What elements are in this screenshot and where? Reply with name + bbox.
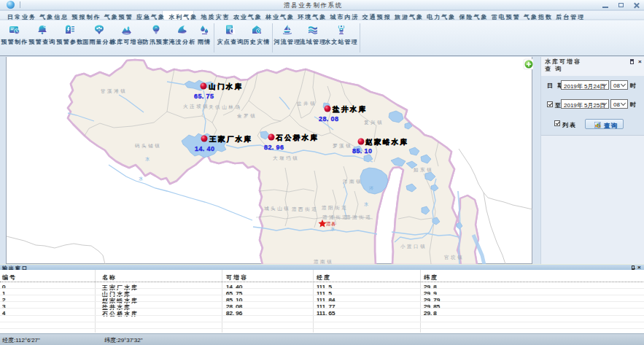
svg-text:澧阳街道: 澧阳街道	[322, 205, 348, 211]
svg-text:火连坡镇: 火连坡镇	[183, 104, 209, 109]
svg-text:水: 水	[330, 227, 335, 231]
svg-text:复兴镇: 复兴镇	[364, 120, 384, 125]
svg-text:28. 08: 28. 08	[319, 115, 338, 123]
svg-text:澧县: 澧县	[326, 221, 336, 226]
svg-text:涔: 涔	[369, 186, 373, 190]
svg-text:澧南镇: 澧南镇	[314, 259, 333, 264]
svg-text:澧澹街道: 澧澹街道	[346, 214, 372, 220]
svg-text:水: 水	[145, 157, 150, 161]
svg-text:王家厂水库: 王家厂水库	[209, 135, 253, 143]
svg-text:官垸镇: 官垸镇	[444, 255, 464, 260]
svg-text:城头山镇: 城头山镇	[264, 206, 290, 212]
svg-text:如东镇: 如东镇	[414, 167, 433, 173]
svg-text:盐井镇: 盐井镇	[297, 101, 317, 106]
svg-text:澧浦街道: 澧浦街道	[322, 214, 349, 220]
svg-text:涔南镇: 涔南镇	[343, 179, 362, 185]
svg-text:盐井水库: 盐井水库	[332, 105, 368, 113]
svg-text:石公桥水库: 石公桥水库	[275, 133, 319, 142]
svg-text:水: 水	[139, 177, 143, 181]
svg-text:金罗镇: 金罗镇	[237, 113, 257, 119]
svg-text:14. 40: 14. 40	[195, 145, 214, 152]
svg-text:澧西街道: 澧西街道	[292, 206, 318, 212]
svg-text:水: 水	[364, 202, 368, 206]
svg-text:码头铺镇: 码头铺镇	[134, 143, 161, 149]
svg-text:天供山林场: 天供山林场	[209, 104, 242, 110]
svg-text:小渡口镇: 小渡口镇	[400, 244, 427, 249]
svg-text:山门水库: 山门水库	[209, 82, 244, 90]
svg-text:82. 96: 82. 96	[264, 144, 284, 151]
svg-text:大堰垱镇: 大堰垱镇	[273, 155, 299, 160]
svg-text:赵家峪水库: 赵家峪水库	[365, 138, 409, 146]
svg-text:65. 75: 65. 75	[194, 93, 214, 100]
svg-text:梦溪镇: 梦溪镇	[333, 143, 352, 149]
svg-text:甘溪滩镇: 甘溪滩镇	[101, 88, 127, 94]
svg-text:85. 10: 85. 10	[352, 147, 372, 155]
